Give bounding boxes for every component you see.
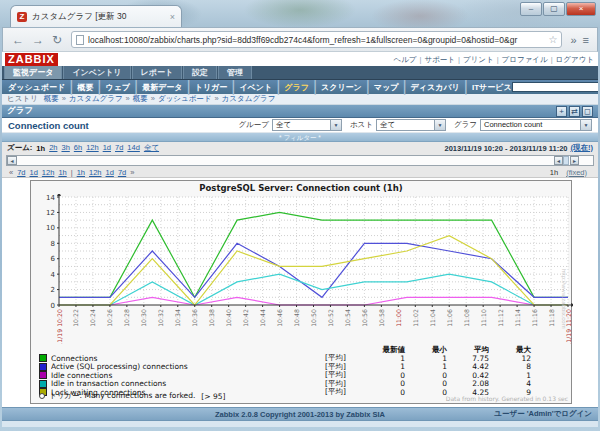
maximize-button[interactable]: ▢ [543,2,565,16]
header-link-4[interactable]: ログアウト [556,55,594,64]
filter-select[interactable]: Connection count▼ [480,119,592,131]
forward-icon[interactable]: → [32,33,44,47]
trigger-threshold: [> 95] [201,392,225,401]
zoom-option-link[interactable]: 7d [115,143,123,152]
main-tab[interactable]: 設定 [183,64,217,79]
url-text[interactable]: localhost:10080/zabbix/charts.php?sid=8d… [88,35,545,45]
main-tab[interactable]: 監視データ [4,64,62,79]
sub-menu-item[interactable]: ITサービス [472,82,512,93]
filter-toggle-bar[interactable]: * フィルター * [2,133,598,142]
main-tab[interactable]: レポート [132,64,183,79]
svg-text:11:00: 11:00 [395,309,402,327]
legend-row: Idle connections[平均]000.421 [39,371,531,380]
svg-text:11:06: 11:06 [446,309,453,327]
sub-menu-item[interactable]: ディスカバリ [411,82,460,93]
zoom-option-link[interactable]: 6h [74,143,82,152]
sub-menu-item[interactable]: 概要 [77,82,93,93]
chrome-menu-icon[interactable]: ≡ [583,34,589,46]
sub-menu-item[interactable]: トリガー [195,82,228,93]
legend-row: Connections[平均]117.7512 [39,354,531,363]
search-area: 検索 [512,81,598,93]
browser-window: Z カスタムグラフ [更新 30 × – ▢ × ← → ↻ localhost… [0,0,600,431]
scrollbar-left-handle[interactable]: ◂ [554,156,563,165]
scrollbar-selection[interactable] [563,156,569,165]
filter-label: ホスト [350,120,373,130]
filter-select[interactable]: 全て▼ [376,119,446,131]
zabbix-logo[interactable]: ZABBIX [5,53,58,66]
forward-period-link[interactable]: 1d [106,168,114,177]
legend-func: [平均] [325,387,363,397]
svg-text:10:32: 10:32 [157,309,164,327]
fullscreen-icon[interactable]: ◻ [582,106,593,117]
sub-menu-item[interactable]: ウェブ [105,82,130,93]
next-page-icon[interactable]: » [130,168,134,177]
sub-menu-item[interactable]: イベント [239,82,272,93]
forward-period-link[interactable]: 7d [118,168,126,177]
back-period-link[interactable]: 1h [58,168,66,177]
extensions-overflow-icon[interactable]: » [570,34,576,46]
graph-title-link[interactable]: Connection count [8,120,89,131]
sub-menu-item[interactable]: 最新データ [142,82,182,93]
back-period-link[interactable]: 7d [17,168,25,177]
chevron-down-icon[interactable]: ▼ [580,120,591,130]
zoom-option-link[interactable]: 12h [86,143,99,152]
zoom-bar: ズーム: 1h 2h3h6h12h1d7d14d全て 2013/11/19 10… [2,142,598,154]
header-link-2[interactable]: プリント [463,55,494,64]
zoom-option-link[interactable]: 3h [61,143,69,152]
slideshow-icon[interactable]: ⇄ [569,106,580,117]
prev-page-icon[interactable]: « [9,168,13,177]
sub-menu-item[interactable]: スクリーン [321,82,362,93]
scrollbar-left-arrow-icon[interactable]: ◂ [7,156,17,165]
header-link-3[interactable]: プロファイル [502,55,548,64]
chevron-down-icon[interactable]: ▼ [434,120,445,130]
now-link[interactable]: (現在!) [571,143,594,153]
filter-select[interactable]: 全て▼ [272,119,342,131]
zoom-option-link[interactable]: 2h [49,143,57,152]
bookmark-star-icon[interactable]: ☆ [548,34,557,45]
zoom-current: 1h [36,144,45,153]
sub-menu-item[interactable]: グラフ [284,82,309,93]
back-period-link[interactable]: 1d [30,168,38,177]
minimize-button[interactable]: – [520,2,542,16]
search-input[interactable] [512,82,598,92]
sub-menu-item[interactable]: マップ [374,82,399,93]
svg-text:11:10: 11:10 [480,309,487,327]
forward-period-link[interactable]: 12h [89,168,102,177]
svg-text:11:02: 11:02 [412,309,419,327]
svg-text:10:34: 10:34 [174,309,181,327]
time-scrollbar-track[interactable]: ◂ ◂ ▸ [6,155,594,166]
svg-text:10:44: 10:44 [259,309,266,327]
svg-text:11:16: 11:16 [531,309,538,327]
breadcrumb-link[interactable]: 概要 [133,94,148,103]
time-period[interactable]: 2013/11/19 10:20 - 2013/11/19 11:20 [444,144,567,153]
main-tab[interactable]: インベントリ [63,64,130,79]
main-tab[interactable]: 管理 [218,64,252,79]
line-chart[interactable]: 0246810121411/19 10:2010:2210:2410:2610:… [31,194,573,344]
tab-title: カスタムグラフ [更新 30 [32,11,166,23]
sub-menu-item[interactable]: ダッシュボード [8,82,65,93]
breadcrumb-link[interactable]: カスタムグラフ [69,94,123,103]
add-favourite-icon[interactable]: + [556,106,567,117]
back-period-link[interactable]: 12h [42,168,55,177]
zoom-option-link[interactable]: 全て [144,143,159,152]
zoom-option-link[interactable]: 1d [103,143,111,152]
fixed-link[interactable]: (fixed) [566,168,587,177]
legend-swatch [39,363,47,371]
forward-period-link[interactable]: 1h [77,168,85,177]
back-icon[interactable]: ← [12,33,24,47]
svg-text:10:58: 10:58 [378,309,385,327]
header-link-1[interactable]: サポート [424,55,455,64]
breadcrumb-link[interactable]: カスタムグラフ [222,94,276,103]
scrollbar-right-handle[interactable]: ▸ [570,156,579,165]
url-field[interactable]: localhost:10080/zabbix/charts.php?sid=8d… [71,31,562,48]
breadcrumb-link[interactable]: ダッシュボード [158,94,212,103]
browser-tab[interactable]: Z カスタムグラフ [更新 30 × [10,5,182,28]
close-button[interactable]: × [566,2,596,16]
zoom-option-link[interactable]: 14d [127,143,140,152]
tab-close-icon[interactable]: × [170,12,175,22]
breadcrumb-link[interactable]: 概要 [44,94,59,103]
chevron-down-icon[interactable]: ▼ [330,120,341,130]
header-link-0[interactable]: ヘルプ [393,55,416,64]
reload-icon[interactable]: ↻ [52,33,62,47]
legend-value: 0 [363,388,405,397]
